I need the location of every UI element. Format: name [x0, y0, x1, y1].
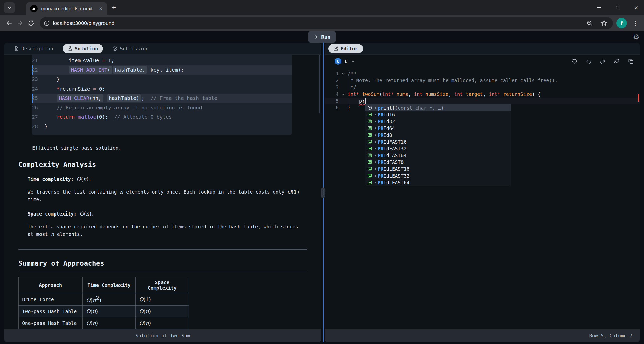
macro-kind-icon — [367, 166, 372, 172]
browser-toolbar: localhost:3000/playground f ⋮ — [0, 15, 644, 31]
suggest-item[interactable]: •PRIdFAST32 — [365, 145, 511, 152]
problem-panel: Description Solution Submission 21 item→… — [4, 43, 321, 342]
line-content: } — [348, 104, 350, 111]
paragraph: The extra space required depends on the … — [28, 223, 300, 238]
tab-editor[interactable]: Editor — [328, 44, 363, 53]
line-content: *returnSize = 0; — [45, 84, 105, 94]
browser-menu-icon[interactable]: ⋮ — [632, 20, 639, 27]
fold-toggle[interactable] — [339, 70, 348, 77]
suggest-item[interactable]: •printf(const char *, …) — [365, 104, 511, 111]
window-close-button[interactable]: ✕ — [633, 5, 639, 10]
code-editor[interactable]: 1/**2 * Note: The returned array must be… — [325, 68, 640, 329]
fold-toggle[interactable] — [339, 91, 348, 98]
line-content: * Note: The returned array must be mallo… — [348, 77, 558, 84]
table-row: Brute ForceO(n2)O(1) — [19, 293, 189, 306]
editor-panel-header: Editor — [325, 43, 640, 55]
window-controls: ✕ — [596, 0, 639, 15]
autocomplete-widget: •printf(const char *, …)•PRId16•PRId32•P… — [365, 104, 511, 186]
main-split: Description Solution Submission 21 item→… — [0, 43, 644, 344]
address-bar[interactable]: localhost:3000/playground — [40, 17, 613, 29]
table-row: One-pass Hash TableO(n)O(n) — [19, 317, 189, 329]
zoom-out-icon[interactable] — [587, 20, 593, 26]
browser-tab[interactable]: monaco-editor-lsp-next ✕ — [26, 2, 107, 15]
solution-code-block: 21 item→value = 1;22 HASH_ADD_INT(hashTa… — [32, 55, 292, 135]
reload-button[interactable] — [26, 18, 37, 29]
line-content: HASH_CLEAR(hh, hashTable); // Free the h… — [45, 94, 217, 103]
tab-label: Description — [21, 46, 53, 51]
line-number: 5 — [325, 98, 339, 104]
copy-code-button[interactable] — [627, 58, 634, 65]
bookmark-star-icon[interactable] — [601, 20, 607, 26]
language-selector[interactable]: C C — [335, 58, 355, 65]
flask-icon — [68, 46, 73, 51]
suggest-bullet: • — [374, 166, 377, 172]
table-cell: O(n) — [83, 317, 136, 329]
macro-kind-icon — [367, 153, 372, 158]
window-maximize-button[interactable] — [615, 5, 620, 10]
reset-code-button[interactable] — [571, 58, 578, 65]
scrollbar-thumb[interactable] — [319, 55, 320, 113]
suggest-item[interactable]: •PRIdFAST64 — [365, 152, 511, 159]
suggest-item[interactable]: •PRId64 — [365, 125, 511, 132]
redo-button[interactable] — [599, 58, 606, 65]
suggest-bullet: • — [374, 125, 377, 131]
highlight-pill: hashTable) — [107, 94, 141, 102]
suggest-item[interactable]: •PRIdFAST16 — [365, 138, 511, 145]
line-content: // Return an empty array if no solution … — [45, 103, 202, 113]
suggest-label: Id8 — [383, 132, 392, 138]
code-line: 23 } — [32, 75, 292, 84]
resize-grip-icon[interactable] — [321, 188, 325, 198]
new-tab-button[interactable]: + — [112, 4, 116, 11]
line-content: */ — [348, 84, 356, 91]
suggest-item[interactable]: •PRIdLEAST64 — [365, 179, 511, 186]
line-content: item→value = 1; — [45, 56, 114, 65]
suggest-item[interactable]: •PRIdLEAST16 — [365, 165, 511, 172]
table-cell: O(n) — [136, 317, 189, 329]
window-minimize-button[interactable] — [596, 5, 602, 10]
suggest-match-text: PR — [378, 139, 383, 145]
format-code-button[interactable] — [613, 58, 620, 65]
suggest-item[interactable]: •PRIdFAST8 — [365, 159, 511, 165]
suggest-item[interactable]: •PRId8 — [365, 132, 511, 138]
tab-search-button[interactable] — [4, 2, 15, 13]
table-cell: Brute Force — [19, 293, 83, 306]
panel-resize-handle[interactable] — [321, 43, 325, 342]
macro-icon — [367, 126, 372, 131]
tab-label: Submission — [120, 46, 148, 51]
settings-gear-icon[interactable]: ⚙ — [633, 33, 639, 41]
suggest-label: IdFAST8 — [383, 159, 404, 165]
tab-submission[interactable]: Submission — [112, 46, 148, 51]
back-button[interactable] — [4, 18, 15, 29]
fold-gutter — [339, 84, 348, 91]
url-text[interactable]: localhost:3000/playground — [53, 20, 587, 26]
suggest-item[interactable]: •PRId16 — [365, 111, 511, 118]
fold-chevron-icon — [341, 72, 345, 76]
browser-chrome: monaco-editor-lsp-next ✕ + ✕ localhost:3… — [0, 0, 644, 31]
macro-icon — [367, 133, 372, 137]
tab-close-icon[interactable]: ✕ — [98, 6, 104, 12]
table-cell: One-pass Hash Table — [19, 317, 83, 329]
table-header-cell: Time Complexity — [83, 277, 136, 293]
table-cell: O(n) — [83, 306, 136, 317]
suggest-match-text: PR — [378, 180, 383, 185]
text-cursor — [365, 98, 366, 104]
math-expression: n — [51, 231, 54, 237]
editor-toolbar — [571, 58, 634, 65]
editor-line: 4int* twoSum(int* nums, int numsSize, in… — [325, 91, 640, 98]
macro-icon — [367, 166, 372, 171]
line-number: 22 — [32, 65, 45, 75]
tab-strip: monaco-editor-lsp-next ✕ + ✕ — [0, 0, 644, 15]
suggest-item[interactable]: •PRId32 — [365, 118, 511, 125]
line-number: 21 — [32, 56, 45, 65]
suggest-item[interactable]: •PRIdLEAST32 — [365, 172, 511, 179]
code-line: 25 HASH_CLEAR(hh, hashTable); // Free th… — [32, 94, 292, 103]
math-expression: O(n) — [139, 309, 151, 314]
tab-solution[interactable]: Solution — [63, 44, 103, 53]
profile-avatar[interactable]: f — [616, 18, 627, 28]
run-button[interactable]: Run — [308, 31, 336, 43]
tab-description[interactable]: Description — [14, 46, 53, 51]
app-topbar: Run ⚙ — [0, 31, 644, 43]
table-cell: O(n) — [136, 306, 189, 317]
undo-button[interactable] — [585, 58, 592, 65]
forward-button[interactable] — [15, 18, 26, 29]
